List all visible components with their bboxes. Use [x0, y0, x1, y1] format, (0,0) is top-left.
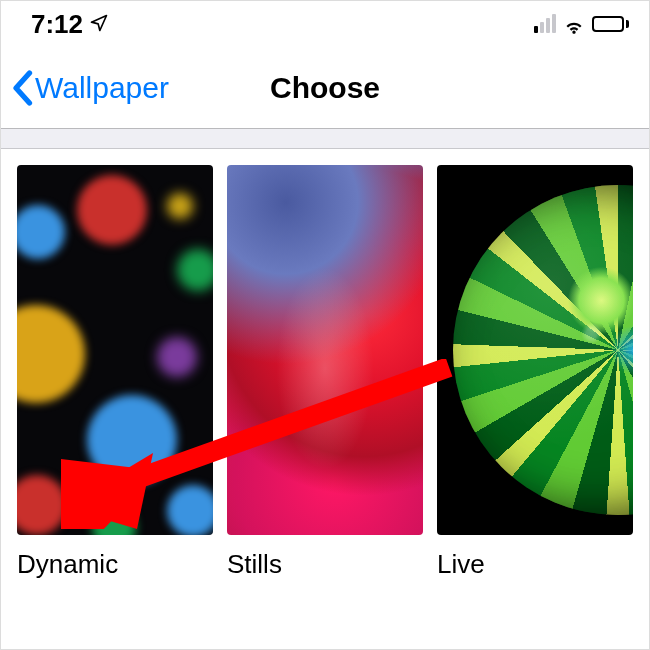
section-separator [1, 129, 649, 149]
thumbnail-live [437, 165, 633, 535]
status-left: 7:12 [31, 9, 109, 40]
category-label: Stills [227, 549, 423, 580]
category-label: Dynamic [17, 549, 213, 580]
location-arrow-icon [89, 9, 109, 40]
status-bar: 7:12 [1, 1, 649, 47]
back-button[interactable]: Wallpaper [11, 70, 169, 106]
thumbnail-stills [227, 165, 423, 535]
category-label: Live [437, 549, 633, 580]
thumbnail-dynamic [17, 165, 213, 535]
wifi-icon [563, 13, 585, 35]
category-stills[interactable]: Stills [227, 165, 423, 580]
wallpaper-categories: Dynamic Stills Live [1, 149, 649, 580]
chevron-left-icon [11, 70, 33, 106]
battery-icon [592, 16, 629, 32]
cellular-signal-icon [534, 15, 556, 33]
category-dynamic[interactable]: Dynamic [17, 165, 213, 580]
nav-bar: Wallpaper Choose [1, 47, 649, 129]
status-right [534, 13, 629, 35]
screen: 7:12 Wallpaper Choose [0, 0, 650, 650]
category-live[interactable]: Live [437, 165, 633, 580]
back-label: Wallpaper [35, 71, 169, 105]
status-time: 7:12 [31, 9, 83, 40]
